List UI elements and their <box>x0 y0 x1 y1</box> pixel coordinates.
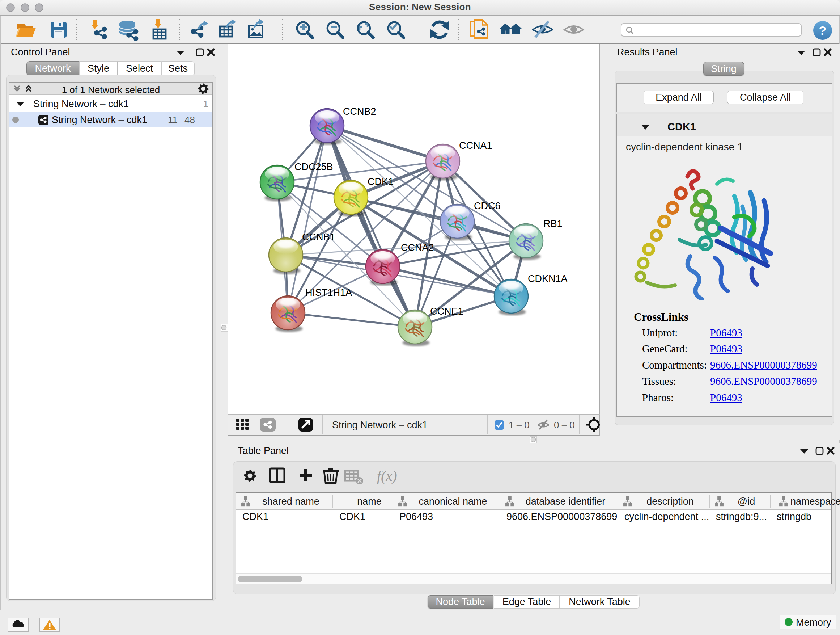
svg-text:String Network – cdk1: String Network – cdk1 <box>332 420 428 431</box>
svg-text:0 – 0: 0 – 0 <box>554 420 575 431</box>
svg-text:CDC6: CDC6 <box>474 201 501 211</box>
svg-text:f(x): f(x) <box>377 468 397 484</box>
svg-text:CDKN1A: CDKN1A <box>528 273 568 284</box>
svg-text:CDK1: CDK1 <box>368 176 393 187</box>
svg-text:CCNB2: CCNB2 <box>343 106 376 117</box>
svg-text:1 – 0: 1 – 0 <box>508 420 530 431</box>
svg-text:HIST1H1A: HIST1H1A <box>305 287 352 298</box>
svg-text:CCNB1: CCNB1 <box>302 232 335 242</box>
svg-text:CCNA2: CCNA2 <box>401 242 434 253</box>
svg-text:CCNA1: CCNA1 <box>459 140 493 151</box>
svg-text:RB1: RB1 <box>543 218 562 229</box>
svg-text:CDC25B: CDC25B <box>294 162 333 172</box>
svg-text:CCNE1: CCNE1 <box>430 306 463 317</box>
